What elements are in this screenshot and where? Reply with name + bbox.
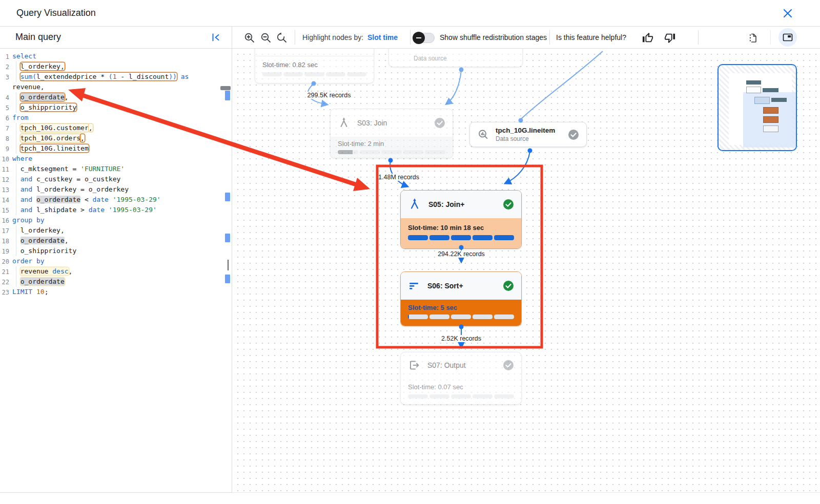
toolbar-divider — [770, 30, 771, 45]
sql-token: , — [89, 124, 93, 132]
sql-token: 10 — [36, 288, 45, 296]
toolbar-divider — [295, 30, 295, 45]
close-button[interactable] — [782, 8, 793, 19]
sql-token: 'FURNITURE' — [80, 165, 125, 173]
slot-time-text: Slot-time: 5 sec — [408, 304, 514, 311]
sql-token: tpch_10G.orders — [20, 134, 80, 142]
thumb-up-button[interactable] — [642, 32, 653, 44]
line-content: o_shippriority — [9, 246, 76, 256]
data-source-node-clipped[interactable]: Data source — [388, 49, 523, 67]
stage-title: S07: Output — [427, 361, 466, 369]
code-line: 19 o_shippriority — [0, 246, 232, 256]
zoom-out-button[interactable] — [260, 32, 272, 44]
edge-records-label: 294.22K records — [436, 250, 486, 258]
sql-token: 1 — [113, 73, 117, 80]
sql-token: date — [93, 196, 109, 203]
minimap-node — [763, 107, 778, 114]
sql-token — [177, 73, 181, 80]
minimap-node — [763, 116, 778, 123]
stage-title: S05: Join+ — [428, 200, 464, 208]
sql-token: order by — [12, 257, 45, 265]
code-line: 23LIMIT 10; — [0, 287, 232, 297]
line-number: 12 — [0, 174, 9, 184]
line-number — [0, 82, 9, 92]
line-number: 10 — [0, 154, 9, 164]
line-number: 16 — [0, 215, 9, 225]
slot-time-bar — [408, 394, 514, 398]
minimap-node — [746, 87, 761, 93]
stage-node-s05[interactable]: S05: Join+ Slot-time: 10 min 18 sec — [400, 190, 522, 249]
indent-guide — [16, 61, 16, 82]
code-line: 15 and l_shipdate > date '1995-03-29' — [0, 205, 232, 215]
editor-scrollbar-thumb[interactable] — [220, 86, 231, 90]
line-content: order by — [9, 256, 45, 266]
minimap-node — [754, 97, 770, 104]
sql-token: )) — [169, 73, 177, 80]
line-content: LIMIT 10; — [9, 287, 48, 297]
code-line: 2 l_orderkey, — [0, 61, 232, 72]
code-line: revenue, — [0, 82, 232, 92]
code-line: 22 o_orderdate — [0, 277, 232, 287]
stage-title: S03: Join — [357, 119, 387, 127]
sql-token: LIMIT — [12, 288, 36, 296]
stage-node-s03[interactable]: S03: Join Slot-time: 2 min — [330, 109, 453, 158]
data-source-title: tpch_10G.lineitem — [496, 127, 555, 134]
line-content: revenue desc, — [9, 266, 72, 277]
execution-graph-canvas[interactable]: Slot-time: 0.82 sec Data source — [232, 49, 820, 493]
stage-node-s07[interactable]: S07: Output Slot-time: 0.07 sec — [400, 352, 522, 405]
thumb-down-icon — [664, 32, 675, 44]
line-number: 22 — [0, 277, 9, 287]
minimap[interactable] — [717, 64, 797, 151]
collapse-panel-button[interactable] — [210, 32, 221, 43]
editor-ruler-mark — [225, 91, 230, 100]
sql-token: l_extendedprice * — [36, 73, 109, 80]
sql-token: where — [12, 155, 32, 162]
zoom-out-icon — [260, 32, 272, 44]
line-content: o_orderdate — [9, 277, 65, 287]
query-panel: Main query 1select2 l_orderkey,3 sum(l_e… — [0, 27, 232, 493]
sql-token: o_shippriority — [20, 103, 77, 111]
sql-token: , — [80, 134, 85, 142]
status-check-icon — [503, 360, 514, 371]
join-icon — [408, 198, 421, 211]
line-content: and c_custkey = o_custkey — [9, 174, 120, 184]
sql-token: and — [20, 196, 32, 203]
stage-node-clipped[interactable]: Slot-time: 0.82 sec — [255, 49, 374, 83]
sql-token: date — [89, 206, 105, 214]
line-content: from — [9, 113, 28, 123]
stage-node-s06[interactable]: S06: Sort+ Slot-time: 5 sec — [400, 271, 522, 326]
status-check-icon — [503, 199, 514, 210]
slot-time-text: Slot-time: 0.82 sec — [262, 61, 366, 69]
zoom-reset-button[interactable] — [276, 32, 288, 44]
sql-token: tpch_10G.customer — [20, 124, 89, 132]
data-source-node-lineitem[interactable]: tpch_10G.lineitem Data source — [469, 122, 587, 147]
shuffle-stages-toggle[interactable] — [414, 33, 435, 43]
line-number: 6 — [0, 113, 9, 123]
code-line: 20order by — [0, 256, 232, 266]
line-number: 8 — [0, 133, 9, 143]
collapse-left-icon — [210, 32, 221, 43]
sql-token: sum(l_extendedprice * (1 - l_discount)) — [20, 73, 177, 80]
line-content: l_orderkey, — [9, 225, 65, 236]
toolbar-divider — [698, 30, 699, 45]
highlight-mode-select[interactable]: Slot time — [367, 33, 398, 41]
side-panel-icon — [782, 31, 794, 44]
sql-token: ; — [45, 288, 49, 296]
indent-guide — [16, 225, 16, 256]
code-line: 17 l_orderkey, — [0, 225, 232, 236]
data-source-icon — [396, 49, 408, 50]
sql-token: '1995-03-29' — [109, 206, 157, 214]
dialog-header: Query Visualization — [0, 0, 820, 27]
toggle-thumb — [413, 32, 425, 44]
zoom-in-button[interactable] — [244, 32, 255, 44]
sql-token: l_orderkey, — [20, 62, 65, 70]
thumb-down-button[interactable] — [664, 32, 675, 44]
line-number: 14 — [0, 195, 9, 205]
execution-text-button[interactable] — [747, 32, 758, 44]
line-content: and o_orderdate < date '1995-03-29' — [9, 195, 161, 205]
sql-token: c_mktsegment = — [20, 165, 80, 173]
line-number: 4 — [0, 92, 9, 102]
close-icon — [782, 8, 793, 19]
sql-token: select — [12, 52, 36, 60]
side-panel-button[interactable] — [778, 28, 797, 47]
